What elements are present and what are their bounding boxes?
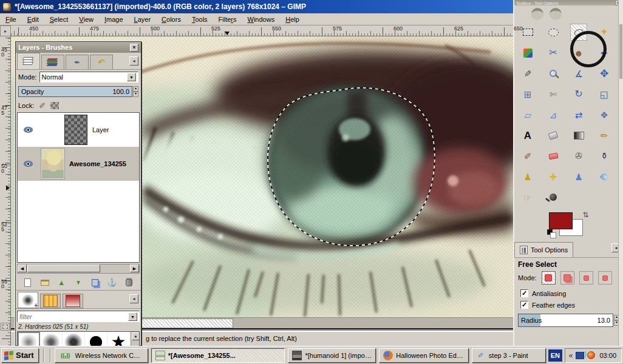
tab-layers[interactable] (17, 53, 40, 69)
gradient-tool[interactable] (570, 127, 587, 144)
text-tool[interactable]: A (519, 127, 536, 144)
step 3 - Paint[interactable]: ✐ step 3 - Paint (472, 348, 546, 363)
brush-filter-input[interactable] (19, 313, 128, 320)
foreground-color-swatch[interactable] (549, 212, 573, 229)
tab-paths[interactable]: ✒ (66, 55, 89, 69)
duplicate-layer-button[interactable] (89, 277, 102, 289)
new-layer-button[interactable] (21, 277, 35, 289)
shear-tool[interactable]: ▱ (519, 106, 536, 123)
foreground-select-tool[interactable]: ☻ (570, 44, 587, 61)
fuzzy-select-tool[interactable]: ✦ (596, 24, 613, 41)
language-indicator[interactable]: EN (548, 349, 562, 362)
scissors-tool[interactable]: ✂ (545, 44, 562, 61)
select-by-color-tool[interactable] (519, 44, 536, 61)
ink-tool[interactable]: ⚱ (596, 147, 613, 164)
cage-transform-tool[interactable]: ❖ (596, 106, 613, 123)
tab-undo-history[interactable]: ↶ (90, 55, 113, 69)
dock-scrollbar[interactable] (618, 0, 623, 346)
clone-tool[interactable]: ♟ (519, 168, 536, 185)
new-group-button[interactable] (38, 277, 52, 289)
flip-tool[interactable]: ⇄ (570, 106, 587, 123)
eraser-tool[interactable] (545, 147, 562, 164)
quick-mask-toggle[interactable] (1, 323, 10, 331)
vertical-ruler[interactable]: 450475500525550 (0, 36, 11, 346)
Edit[interactable]: Edit (22, 15, 44, 24)
visibility-eye-icon[interactable] (24, 127, 33, 133)
delete-layer-button[interactable] (122, 277, 135, 289)
tab-menu-button[interactable]: ◂ (129, 56, 138, 66)
tab-channels[interactable] (41, 55, 64, 69)
mode-replace-button[interactable] (542, 271, 556, 285)
antivirus-tray-icon[interactable] (587, 351, 595, 359)
start-button[interactable]: Start (1, 348, 39, 363)
ellipse-select-tool[interactable] (545, 24, 562, 41)
heal-tool[interactable]: ✚ (545, 168, 562, 185)
*[Awesome_134255...[interactable]: *[Awesome_134255... (151, 348, 285, 363)
close-icon[interactable]: × (130, 44, 138, 52)
Image[interactable]: Image (99, 15, 129, 24)
perspective-tool[interactable]: ⊿ (545, 106, 562, 123)
lock-alpha-icon[interactable] (50, 102, 59, 109)
paths-tool[interactable]: ✒ (596, 44, 613, 61)
opacity-spinner[interactable]: ▲▼ (133, 86, 138, 97)
layer-list-hscrollbar[interactable]: ◀ ▶ (17, 264, 140, 274)
layer-name[interactable]: Awesome_134255 (69, 160, 126, 167)
scale-tool[interactable]: ◱ (596, 86, 613, 103)
mode-subtract-button[interactable] (579, 271, 593, 285)
tab-brushes[interactable] (18, 292, 38, 308)
scroll-left-icon[interactable]: ◀ (18, 265, 27, 272)
Wireless Network Conne...[interactable]: ((ᵧ)) Wireless Network Conne... (55, 348, 148, 363)
move-tool[interactable]: ✥ (596, 65, 613, 82)
Select[interactable]: Select (44, 15, 74, 24)
dodge-burn-tool[interactable] (545, 189, 562, 206)
mode-intersect-button[interactable] (598, 271, 612, 285)
ruler-corner-button[interactable]: ▸ (0, 25, 11, 36)
swap-colors-icon[interactable]: ⇄ (582, 212, 590, 218)
align-tool[interactable]: ⊞ (519, 86, 536, 103)
radius-slider[interactable]: Radius 13.0 (518, 314, 613, 327)
Colors[interactable]: Colors (156, 15, 186, 24)
feather-edges-checkbox[interactable]: ✓ (520, 301, 528, 309)
visibility-eye-icon[interactable] (24, 161, 33, 167)
window-titlebar[interactable]: *[Awesome_1342553661137] (imported)-406.… (0, 0, 513, 13)
bucket-fill-tool[interactable] (545, 127, 562, 144)
smudge-tool[interactable]: ☞ (519, 189, 536, 206)
Halloween Photo Editing ...[interactable]: Halloween Photo Editing ... (379, 348, 469, 363)
mode-add-button[interactable] (560, 271, 574, 285)
rotate-tool[interactable]: ↻ (570, 86, 587, 103)
layer-row[interactable]: Awesome_134255 (18, 147, 139, 181)
tab-tool-options[interactable]: Tool Options (514, 242, 573, 257)
perspective-clone-tool[interactable]: ♟ (570, 168, 587, 185)
crop-tool[interactable]: ✄ (545, 86, 562, 103)
View[interactable]: View (73, 15, 99, 24)
opacity-slider[interactable]: Opacity 100.0 (18, 86, 132, 97)
network-tray-icon[interactable] (576, 352, 584, 359)
Layer[interactable]: Layer (129, 15, 157, 24)
measure-tool[interactable]: ∡ (570, 65, 587, 82)
antialiasing-checkbox[interactable]: ✓ (520, 289, 528, 297)
dialog-titlebar[interactable]: Layers - Brushes × (16, 42, 141, 53)
tab-patterns[interactable] (40, 294, 61, 308)
brushes-menu-button[interactable]: ◂ (129, 294, 138, 303)
layer-row[interactable]: Layer (18, 113, 139, 147)
zoom-tool[interactable] (545, 65, 562, 82)
layer-mode-select[interactable]: Normal ▼ (39, 72, 138, 83)
scroll-right-icon[interactable]: ▶ (130, 265, 139, 272)
anchor-layer-button[interactable]: ⚓ (105, 277, 118, 289)
color-picker-tool[interactable]: ✎ (519, 65, 536, 82)
toolbox-titlebar[interactable]: Toolbox - Tool Options × (514, 0, 623, 5)
paintbrush-tool[interactable]: ✐ (519, 147, 536, 164)
raise-layer-button[interactable]: ▲ (55, 277, 68, 289)
tray-chevron-icon[interactable]: « (569, 351, 573, 360)
layer-name[interactable]: Layer (92, 126, 109, 133)
lock-paint-icon[interactable]: ✐ (39, 101, 46, 110)
chevron-down-icon[interactable]: ▼ (128, 312, 137, 321)
Help[interactable]: Help (280, 15, 305, 24)
free-select-tool[interactable] (570, 24, 587, 41)
File[interactable]: File (0, 15, 22, 24)
Filters[interactable]: Filters (213, 15, 242, 24)
lower-layer-button[interactable]: ▼ (72, 277, 85, 289)
blur-tool[interactable] (596, 168, 613, 185)
tab-gradients[interactable] (63, 294, 83, 308)
airbrush-tool[interactable]: ✇ (570, 147, 587, 164)
